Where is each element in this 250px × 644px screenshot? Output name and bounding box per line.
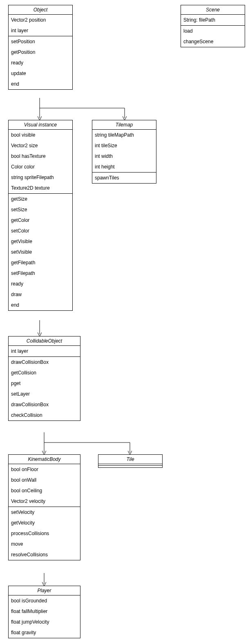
method: getVisible [9, 236, 72, 247]
attr: float gravity [9, 627, 80, 638]
class-title: KinematicBody [9, 455, 80, 464]
attr: string spriteFilepath [9, 172, 72, 183]
method: setColor [9, 226, 72, 236]
class-visual-instance: Visual instance bool visible Vector2 siz… [8, 120, 73, 311]
attr: bool hasTexture [9, 151, 72, 162]
attr: bool visible [9, 130, 72, 140]
attr: Vector2 velocity [9, 496, 80, 507]
method: ready [9, 58, 72, 68]
attr: int height [92, 162, 156, 172]
attr: float fallMultiplier [9, 606, 80, 617]
method: move [9, 539, 80, 549]
attr: Color color [9, 162, 72, 172]
method: getFilepath [9, 257, 72, 268]
attr: Vector2 position [9, 15, 72, 25]
attr: bool onCeiling [9, 485, 80, 496]
class-title: Visual instance [9, 120, 72, 130]
method: getCollision [9, 367, 80, 378]
attr: int tileSize [92, 140, 156, 151]
method: load [181, 26, 245, 36]
class-tilemap: Tilemap string tileMapPath int tileSize … [92, 120, 156, 184]
attr: int layer [9, 25, 72, 36]
attr: int layer [9, 346, 80, 356]
class-kinematic-body: KinematicBody bool onFloor bool onWall b… [8, 454, 80, 560]
class-title: Player [9, 586, 80, 595]
method: processCollisions [9, 528, 80, 539]
method: setPosition [9, 36, 72, 47]
method: setVisible [9, 247, 72, 257]
attr: bool isGrounded [9, 595, 80, 606]
method: setLayer [9, 389, 80, 399]
method: pget [9, 378, 80, 389]
method: drawCollisionBox [9, 399, 80, 410]
attr: bool onWall [9, 475, 80, 485]
method: ready [9, 279, 72, 289]
attr: String: filePath [181, 15, 245, 25]
method: getSize [9, 194, 72, 204]
method: update [9, 68, 72, 79]
method: draw [9, 289, 72, 300]
method: getVelocity [9, 518, 80, 528]
method: setVelocity [9, 507, 80, 518]
method: changeScene [181, 36, 245, 47]
class-scene: Scene String: filePath load changeScene [181, 5, 245, 47]
class-object: Object Vector2 position int layer setPos… [8, 5, 73, 90]
method: checkCollision [9, 410, 80, 420]
class-title: Scene [181, 5, 245, 15]
class-title: Tile [98, 455, 162, 464]
method: end [9, 300, 72, 310]
attr: Texture2D texture [9, 183, 72, 193]
method: resolveCollisions [9, 549, 80, 560]
method: getPosition [9, 47, 72, 58]
method: drawCollisionBox [9, 357, 80, 367]
method: setFilepath [9, 268, 72, 279]
method: setSize [9, 204, 72, 215]
attr: bool onFloor [9, 464, 80, 475]
method: end [9, 79, 72, 89]
class-collidable-object: CollidableObject int layer drawCollision… [8, 336, 80, 421]
class-title: Tilemap [92, 120, 156, 130]
attr: float jumpVelocity [9, 617, 80, 627]
attr: string tileMapPath [92, 130, 156, 140]
method: getColor [9, 215, 72, 226]
class-tile: Tile [98, 454, 163, 468]
attr: int width [92, 151, 156, 162]
class-player: Player bool isGrounded float fallMultipl… [8, 586, 80, 638]
class-title: Object [9, 5, 72, 15]
attr: Vector2 size [9, 140, 72, 151]
method: spawnTiles [92, 173, 156, 183]
class-title: CollidableObject [9, 336, 80, 346]
